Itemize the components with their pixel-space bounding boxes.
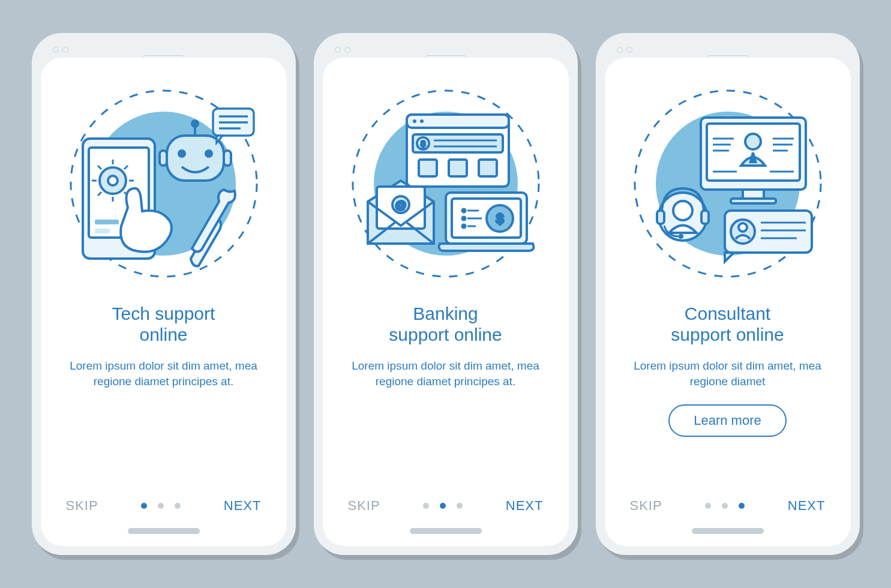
onboarding-screen-1: Tech support online Lorem ipsum dolor si… xyxy=(41,58,287,546)
svg-rect-60 xyxy=(731,199,776,203)
svg-point-19 xyxy=(205,149,213,158)
onboarding-body: Lorem ipsum dolor sit dim amet, mea regi… xyxy=(65,358,263,389)
consultant-support-illustration xyxy=(626,82,830,286)
svg-rect-23 xyxy=(224,151,231,166)
svg-rect-22 xyxy=(160,151,167,166)
skip-button[interactable]: SKIP xyxy=(630,498,662,514)
phone-mockup-2: $ @ xyxy=(314,33,578,555)
phone-mockup-1: Tech support online Lorem ipsum dolor si… xyxy=(32,33,296,555)
page-dot-3[interactable] xyxy=(457,503,463,509)
page-indicator xyxy=(141,503,181,509)
svg-rect-16 xyxy=(95,229,110,233)
skip-button[interactable]: SKIP xyxy=(348,498,380,514)
next-button[interactable]: NEXT xyxy=(224,498,262,514)
svg-rect-15 xyxy=(95,220,119,224)
onboarding-title: Tech support online xyxy=(112,304,215,345)
svg-point-6 xyxy=(108,176,118,185)
svg-point-61 xyxy=(745,134,761,149)
home-indicator xyxy=(128,528,200,534)
next-button[interactable]: NEXT xyxy=(788,498,826,514)
tech-support-illustration xyxy=(62,82,266,286)
svg-point-71 xyxy=(673,201,692,220)
phone-top-bar xyxy=(605,42,851,54)
onboarding-screen-2: $ @ xyxy=(323,58,569,546)
onboarding-title: Consultant support online xyxy=(671,304,784,345)
svg-rect-39 xyxy=(419,160,437,176)
svg-rect-41 xyxy=(479,160,497,176)
onboarding-nav: SKIP NEXT xyxy=(341,498,551,520)
svg-rect-40 xyxy=(449,160,467,176)
onboarding-body: Lorem ipsum dolor sit dim amet, mea regi… xyxy=(629,358,827,389)
page-dot-2[interactable] xyxy=(722,503,728,509)
svg-text:$: $ xyxy=(496,211,503,226)
onboarding-nav: SKIP NEXT xyxy=(59,498,269,520)
svg-point-32 xyxy=(413,119,416,123)
page-dot-1[interactable] xyxy=(705,503,711,509)
svg-point-77 xyxy=(739,223,747,232)
svg-point-74 xyxy=(679,234,683,239)
page-dot-2[interactable] xyxy=(440,503,446,509)
svg-point-49 xyxy=(462,209,466,212)
page-dot-1[interactable] xyxy=(141,503,147,509)
onboarding-screen-3: Consultant support online Lorem ipsum do… xyxy=(605,58,851,546)
page-dot-2[interactable] xyxy=(158,503,164,509)
svg-rect-59 xyxy=(743,190,764,199)
phone-top-bar xyxy=(41,42,287,54)
home-indicator xyxy=(692,528,764,534)
page-indicator xyxy=(705,503,745,509)
svg-point-18 xyxy=(178,149,186,158)
skip-button[interactable]: SKIP xyxy=(66,498,98,514)
svg-text:$: $ xyxy=(421,139,425,148)
svg-text:@: @ xyxy=(395,199,406,211)
phone-mockup-3: Consultant support online Lorem ipsum do… xyxy=(596,33,860,555)
page-dot-3[interactable] xyxy=(739,503,745,509)
onboarding-nav: SKIP NEXT xyxy=(623,498,833,520)
svg-rect-73 xyxy=(701,211,709,224)
phone-top-bar xyxy=(323,42,569,54)
svg-point-51 xyxy=(462,217,466,220)
page-dot-1[interactable] xyxy=(423,503,429,509)
onboarding-title: Banking support online xyxy=(389,304,502,345)
learn-more-button[interactable]: Learn more xyxy=(668,404,787,437)
svg-point-21 xyxy=(192,121,198,127)
banking-support-illustration: $ @ xyxy=(344,82,548,286)
svg-point-33 xyxy=(420,119,424,123)
svg-rect-72 xyxy=(657,211,664,224)
page-dot-3[interactable] xyxy=(175,503,181,509)
home-indicator xyxy=(410,528,482,534)
onboarding-body: Lorem ipsum dolor sit dim amet, mea regi… xyxy=(347,358,545,389)
svg-rect-17 xyxy=(167,136,224,181)
next-button[interactable]: NEXT xyxy=(506,498,544,514)
page-indicator xyxy=(423,503,463,509)
svg-point-53 xyxy=(462,224,466,228)
